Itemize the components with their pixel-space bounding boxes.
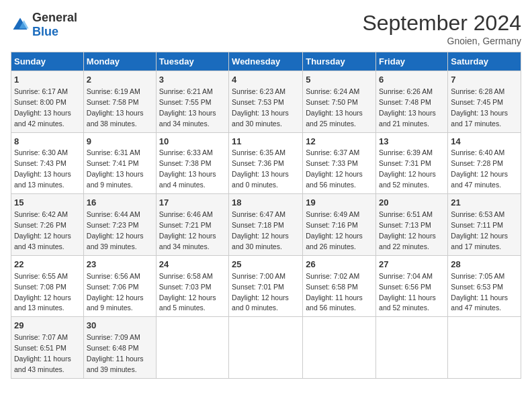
daylight-info: Daylight: 13 hours and 0 minutes. xyxy=(232,170,289,189)
sunset-info: Sunset: 7:03 PM xyxy=(159,283,212,291)
calendar-cell: 28Sunrise: 7:05 AMSunset: 6:53 PMDayligh… xyxy=(448,255,521,317)
day-number: 24 xyxy=(159,259,226,271)
sunrise-info: Sunrise: 7:00 AM xyxy=(232,272,285,280)
daylight-info: Daylight: 13 hours and 25 minutes. xyxy=(306,109,363,128)
col-header-thursday: Thursday xyxy=(303,52,376,71)
sunset-info: Sunset: 7:58 PM xyxy=(87,98,139,106)
day-number: 29 xyxy=(14,320,81,332)
calendar-cell: 12Sunrise: 6:37 AMSunset: 7:33 PMDayligh… xyxy=(303,132,376,194)
sunrise-info: Sunrise: 7:05 AM xyxy=(451,272,504,280)
day-number: 6 xyxy=(379,74,445,87)
sunrise-info: Sunrise: 6:35 AM xyxy=(232,148,285,156)
sunrise-info: Sunrise: 6:19 AM xyxy=(87,87,140,95)
calendar-cell: 1Sunrise: 6:17 AMSunset: 8:00 PMDaylight… xyxy=(11,71,84,133)
daylight-info: Daylight: 13 hours and 13 minutes. xyxy=(14,170,71,189)
calendar-cell: 24Sunrise: 6:58 AMSunset: 7:03 PMDayligh… xyxy=(156,255,228,317)
logo: General Blue xyxy=(11,11,77,39)
sunset-info: Sunset: 6:48 PM xyxy=(87,344,139,352)
daylight-info: Daylight: 13 hours and 30 minutes. xyxy=(232,109,289,128)
daylight-info: Daylight: 12 hours and 47 minutes. xyxy=(451,170,508,189)
calendar-cell: 20Sunrise: 6:51 AMSunset: 7:13 PMDayligh… xyxy=(376,194,448,256)
sunset-info: Sunset: 7:08 PM xyxy=(14,283,66,291)
sunrise-info: Sunrise: 6:55 AM xyxy=(14,272,68,280)
daylight-info: Daylight: 12 hours and 0 minutes. xyxy=(232,293,289,312)
day-number: 27 xyxy=(379,259,445,271)
sunrise-info: Sunrise: 6:26 AM xyxy=(379,87,433,95)
daylight-info: Daylight: 12 hours and 5 minutes. xyxy=(159,293,216,312)
sunset-info: Sunset: 7:38 PM xyxy=(159,159,212,167)
day-number: 3 xyxy=(159,74,226,87)
sunset-info: Sunset: 7:43 PM xyxy=(14,159,66,167)
calendar-cell: 13Sunrise: 6:39 AMSunset: 7:31 PMDayligh… xyxy=(376,132,448,194)
col-header-saturday: Saturday xyxy=(448,52,521,71)
day-number: 23 xyxy=(87,259,153,271)
daylight-info: Daylight: 12 hours and 34 minutes. xyxy=(159,232,216,250)
calendar-cell xyxy=(229,317,303,379)
sunset-info: Sunset: 7:41 PM xyxy=(87,159,139,167)
daylight-info: Daylight: 12 hours and 26 minutes. xyxy=(306,232,363,250)
calendar-cell: 10Sunrise: 6:33 AMSunset: 7:38 PMDayligh… xyxy=(156,132,228,194)
sunset-info: Sunset: 7:06 PM xyxy=(87,283,139,291)
sunrise-info: Sunrise: 6:23 AM xyxy=(232,87,285,95)
calendar-table: SundayMondayTuesdayWednesdayThursdayFrid… xyxy=(11,52,521,379)
week-row-2: 8Sunrise: 6:30 AMSunset: 7:43 PMDaylight… xyxy=(11,132,521,194)
sunrise-info: Sunrise: 6:44 AM xyxy=(87,210,140,218)
sunrise-info: Sunrise: 7:04 AM xyxy=(379,272,433,280)
sunset-info: Sunset: 7:36 PM xyxy=(232,159,284,167)
calendar-cell: 4Sunrise: 6:23 AMSunset: 7:53 PMDaylight… xyxy=(229,71,303,133)
calendar-cell: 22Sunrise: 6:55 AMSunset: 7:08 PMDayligh… xyxy=(11,255,84,317)
daylight-info: Daylight: 12 hours and 39 minutes. xyxy=(87,232,144,250)
day-number: 30 xyxy=(87,320,153,332)
day-number: 25 xyxy=(232,259,300,271)
daylight-info: Daylight: 12 hours and 17 minutes. xyxy=(451,232,508,250)
daylight-info: Daylight: 13 hours and 42 minutes. xyxy=(14,109,71,128)
day-number: 9 xyxy=(87,136,153,148)
day-number: 15 xyxy=(14,197,81,210)
sunset-info: Sunset: 7:11 PM xyxy=(451,221,503,229)
daylight-info: Daylight: 12 hours and 43 minutes. xyxy=(14,232,71,250)
day-number: 21 xyxy=(451,197,518,210)
sunset-info: Sunset: 7:13 PM xyxy=(379,221,431,229)
calendar-cell: 9Sunrise: 6:31 AMSunset: 7:41 PMDaylight… xyxy=(83,132,156,194)
day-number: 1 xyxy=(14,74,81,87)
sunset-info: Sunset: 7:31 PM xyxy=(379,159,431,167)
daylight-info: Daylight: 12 hours and 30 minutes. xyxy=(232,232,289,250)
sunrise-info: Sunrise: 7:09 AM xyxy=(87,333,140,341)
calendar-cell xyxy=(303,317,376,379)
sunrise-info: Sunrise: 6:46 AM xyxy=(159,210,213,218)
sunrise-info: Sunrise: 6:28 AM xyxy=(451,87,504,95)
daylight-info: Daylight: 12 hours and 13 minutes. xyxy=(14,293,71,312)
calendar-cell: 19Sunrise: 6:49 AMSunset: 7:16 PMDayligh… xyxy=(303,194,376,256)
day-number: 7 xyxy=(451,74,518,87)
header: General Blue September 2024 Gnoien, Germ… xyxy=(11,11,521,46)
column-headers-row: SundayMondayTuesdayWednesdayThursdayFrid… xyxy=(11,52,521,71)
week-row-3: 15Sunrise: 6:42 AMSunset: 7:26 PMDayligh… xyxy=(11,194,521,256)
daylight-info: Daylight: 11 hours and 43 minutes. xyxy=(14,355,71,373)
day-number: 16 xyxy=(87,197,153,210)
logo-icon xyxy=(11,15,30,34)
calendar-cell xyxy=(376,317,448,379)
sunrise-info: Sunrise: 7:07 AM xyxy=(14,333,68,341)
calendar-cell: 17Sunrise: 6:46 AMSunset: 7:21 PMDayligh… xyxy=(156,194,228,256)
sunrise-info: Sunrise: 6:24 AM xyxy=(306,87,359,95)
calendar-cell: 26Sunrise: 7:02 AMSunset: 6:58 PMDayligh… xyxy=(303,255,376,317)
sunrise-info: Sunrise: 6:58 AM xyxy=(159,272,213,280)
sunrise-info: Sunrise: 6:53 AM xyxy=(451,210,504,218)
calendar-cell: 7Sunrise: 6:28 AMSunset: 7:45 PMDaylight… xyxy=(448,71,521,133)
sunset-info: Sunset: 7:28 PM xyxy=(451,159,503,167)
daylight-info: Daylight: 11 hours and 52 minutes. xyxy=(379,293,436,312)
sunrise-info: Sunrise: 6:47 AM xyxy=(232,210,285,218)
calendar-cell: 5Sunrise: 6:24 AMSunset: 7:50 PMDaylight… xyxy=(303,71,376,133)
logo-blue-text: Blue xyxy=(32,25,58,38)
day-number: 11 xyxy=(232,136,300,148)
daylight-info: Daylight: 13 hours and 4 minutes. xyxy=(159,170,216,189)
sunrise-info: Sunrise: 6:51 AM xyxy=(379,210,433,218)
calendar-cell: 25Sunrise: 7:00 AMSunset: 7:01 PMDayligh… xyxy=(229,255,303,317)
daylight-info: Daylight: 11 hours and 47 minutes. xyxy=(451,293,508,312)
sunrise-info: Sunrise: 6:31 AM xyxy=(87,148,140,156)
calendar-cell: 15Sunrise: 6:42 AMSunset: 7:26 PMDayligh… xyxy=(11,194,84,256)
sunset-info: Sunset: 7:01 PM xyxy=(232,283,284,291)
col-header-friday: Friday xyxy=(376,52,448,71)
sunrise-info: Sunrise: 6:30 AM xyxy=(14,148,68,156)
day-number: 2 xyxy=(87,74,153,87)
